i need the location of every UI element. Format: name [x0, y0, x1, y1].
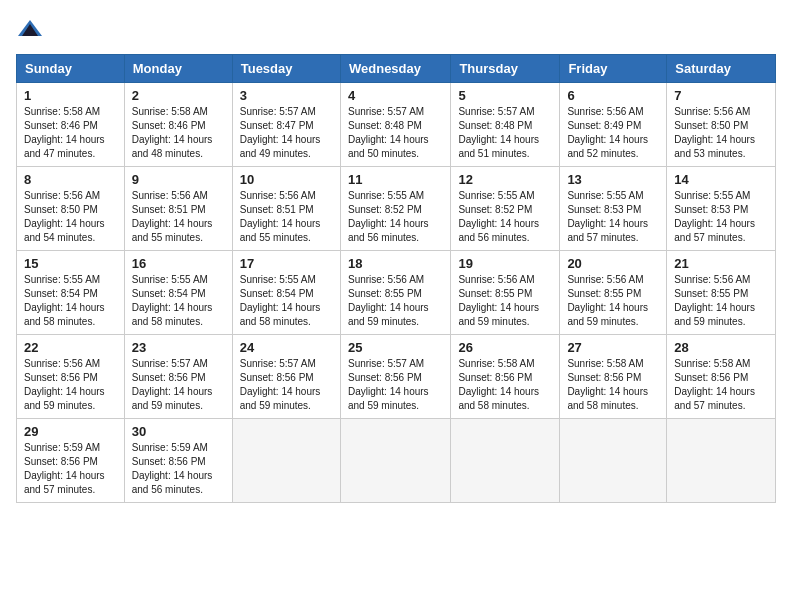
calendar-day-cell: 30 Sunrise: 5:59 AM Sunset: 8:56 PM Dayl…	[124, 419, 232, 503]
day-number: 12	[458, 172, 552, 187]
day-number: 11	[348, 172, 443, 187]
logo-icon	[16, 16, 44, 44]
header-wednesday: Wednesday	[340, 55, 450, 83]
day-number: 5	[458, 88, 552, 103]
day-number: 17	[240, 256, 333, 271]
day-number: 4	[348, 88, 443, 103]
calendar-day-cell: 5 Sunrise: 5:57 AM Sunset: 8:48 PM Dayli…	[451, 83, 560, 167]
day-number: 23	[132, 340, 225, 355]
header-thursday: Thursday	[451, 55, 560, 83]
day-info: Sunrise: 5:59 AM Sunset: 8:56 PM Dayligh…	[24, 441, 117, 497]
day-info: Sunrise: 5:55 AM Sunset: 8:54 PM Dayligh…	[132, 273, 225, 329]
calendar-day-cell: 6 Sunrise: 5:56 AM Sunset: 8:49 PM Dayli…	[560, 83, 667, 167]
calendar-day-cell	[667, 419, 776, 503]
calendar-day-cell: 19 Sunrise: 5:56 AM Sunset: 8:55 PM Dayl…	[451, 251, 560, 335]
day-number: 10	[240, 172, 333, 187]
calendar-header-row: Sunday Monday Tuesday Wednesday Thursday…	[17, 55, 776, 83]
day-number: 29	[24, 424, 117, 439]
day-info: Sunrise: 5:56 AM Sunset: 8:50 PM Dayligh…	[674, 105, 768, 161]
day-number: 18	[348, 256, 443, 271]
calendar-day-cell	[340, 419, 450, 503]
calendar-day-cell: 3 Sunrise: 5:57 AM Sunset: 8:47 PM Dayli…	[232, 83, 340, 167]
day-info: Sunrise: 5:55 AM Sunset: 8:53 PM Dayligh…	[567, 189, 659, 245]
day-number: 8	[24, 172, 117, 187]
day-info: Sunrise: 5:57 AM Sunset: 8:56 PM Dayligh…	[348, 357, 443, 413]
header-sunday: Sunday	[17, 55, 125, 83]
day-number: 26	[458, 340, 552, 355]
calendar-day-cell: 28 Sunrise: 5:58 AM Sunset: 8:56 PM Dayl…	[667, 335, 776, 419]
header-saturday: Saturday	[667, 55, 776, 83]
day-info: Sunrise: 5:55 AM Sunset: 8:52 PM Dayligh…	[348, 189, 443, 245]
day-number: 2	[132, 88, 225, 103]
day-number: 25	[348, 340, 443, 355]
calendar-day-cell: 9 Sunrise: 5:56 AM Sunset: 8:51 PM Dayli…	[124, 167, 232, 251]
day-number: 1	[24, 88, 117, 103]
day-info: Sunrise: 5:58 AM Sunset: 8:46 PM Dayligh…	[132, 105, 225, 161]
day-number: 20	[567, 256, 659, 271]
calendar-day-cell: 24 Sunrise: 5:57 AM Sunset: 8:56 PM Dayl…	[232, 335, 340, 419]
calendar-day-cell: 23 Sunrise: 5:57 AM Sunset: 8:56 PM Dayl…	[124, 335, 232, 419]
day-number: 27	[567, 340, 659, 355]
calendar-day-cell: 21 Sunrise: 5:56 AM Sunset: 8:55 PM Dayl…	[667, 251, 776, 335]
day-number: 16	[132, 256, 225, 271]
day-info: Sunrise: 5:59 AM Sunset: 8:56 PM Dayligh…	[132, 441, 225, 497]
calendar-table: Sunday Monday Tuesday Wednesday Thursday…	[16, 54, 776, 503]
day-number: 21	[674, 256, 768, 271]
calendar-day-cell: 2 Sunrise: 5:58 AM Sunset: 8:46 PM Dayli…	[124, 83, 232, 167]
calendar-week-row: 29 Sunrise: 5:59 AM Sunset: 8:56 PM Dayl…	[17, 419, 776, 503]
day-info: Sunrise: 5:56 AM Sunset: 8:55 PM Dayligh…	[567, 273, 659, 329]
day-info: Sunrise: 5:56 AM Sunset: 8:51 PM Dayligh…	[132, 189, 225, 245]
day-number: 15	[24, 256, 117, 271]
day-number: 19	[458, 256, 552, 271]
day-info: Sunrise: 5:58 AM Sunset: 8:56 PM Dayligh…	[567, 357, 659, 413]
calendar-week-row: 8 Sunrise: 5:56 AM Sunset: 8:50 PM Dayli…	[17, 167, 776, 251]
day-info: Sunrise: 5:56 AM Sunset: 8:51 PM Dayligh…	[240, 189, 333, 245]
calendar-day-cell: 13 Sunrise: 5:55 AM Sunset: 8:53 PM Dayl…	[560, 167, 667, 251]
logo	[16, 16, 48, 44]
day-info: Sunrise: 5:56 AM Sunset: 8:55 PM Dayligh…	[458, 273, 552, 329]
calendar-week-row: 15 Sunrise: 5:55 AM Sunset: 8:54 PM Dayl…	[17, 251, 776, 335]
day-info: Sunrise: 5:56 AM Sunset: 8:50 PM Dayligh…	[24, 189, 117, 245]
day-info: Sunrise: 5:58 AM Sunset: 8:46 PM Dayligh…	[24, 105, 117, 161]
day-number: 28	[674, 340, 768, 355]
calendar-day-cell: 15 Sunrise: 5:55 AM Sunset: 8:54 PM Dayl…	[17, 251, 125, 335]
calendar-day-cell	[451, 419, 560, 503]
calendar-day-cell: 8 Sunrise: 5:56 AM Sunset: 8:50 PM Dayli…	[17, 167, 125, 251]
day-info: Sunrise: 5:58 AM Sunset: 8:56 PM Dayligh…	[458, 357, 552, 413]
day-number: 9	[132, 172, 225, 187]
day-info: Sunrise: 5:55 AM Sunset: 8:52 PM Dayligh…	[458, 189, 552, 245]
day-info: Sunrise: 5:55 AM Sunset: 8:54 PM Dayligh…	[240, 273, 333, 329]
day-info: Sunrise: 5:57 AM Sunset: 8:48 PM Dayligh…	[348, 105, 443, 161]
calendar-day-cell	[560, 419, 667, 503]
day-info: Sunrise: 5:57 AM Sunset: 8:48 PM Dayligh…	[458, 105, 552, 161]
calendar-day-cell: 27 Sunrise: 5:58 AM Sunset: 8:56 PM Dayl…	[560, 335, 667, 419]
day-info: Sunrise: 5:56 AM Sunset: 8:56 PM Dayligh…	[24, 357, 117, 413]
calendar-day-cell: 16 Sunrise: 5:55 AM Sunset: 8:54 PM Dayl…	[124, 251, 232, 335]
day-number: 22	[24, 340, 117, 355]
day-number: 13	[567, 172, 659, 187]
header-tuesday: Tuesday	[232, 55, 340, 83]
day-info: Sunrise: 5:55 AM Sunset: 8:54 PM Dayligh…	[24, 273, 117, 329]
day-info: Sunrise: 5:56 AM Sunset: 8:49 PM Dayligh…	[567, 105, 659, 161]
calendar-day-cell: 17 Sunrise: 5:55 AM Sunset: 8:54 PM Dayl…	[232, 251, 340, 335]
header-monday: Monday	[124, 55, 232, 83]
day-info: Sunrise: 5:58 AM Sunset: 8:56 PM Dayligh…	[674, 357, 768, 413]
day-info: Sunrise: 5:57 AM Sunset: 8:56 PM Dayligh…	[132, 357, 225, 413]
calendar-day-cell: 1 Sunrise: 5:58 AM Sunset: 8:46 PM Dayli…	[17, 83, 125, 167]
calendar-week-row: 22 Sunrise: 5:56 AM Sunset: 8:56 PM Dayl…	[17, 335, 776, 419]
day-number: 24	[240, 340, 333, 355]
calendar-day-cell: 10 Sunrise: 5:56 AM Sunset: 8:51 PM Dayl…	[232, 167, 340, 251]
day-info: Sunrise: 5:57 AM Sunset: 8:47 PM Dayligh…	[240, 105, 333, 161]
calendar-day-cell: 18 Sunrise: 5:56 AM Sunset: 8:55 PM Dayl…	[340, 251, 450, 335]
header-friday: Friday	[560, 55, 667, 83]
calendar-day-cell: 29 Sunrise: 5:59 AM Sunset: 8:56 PM Dayl…	[17, 419, 125, 503]
day-info: Sunrise: 5:57 AM Sunset: 8:56 PM Dayligh…	[240, 357, 333, 413]
calendar-day-cell: 4 Sunrise: 5:57 AM Sunset: 8:48 PM Dayli…	[340, 83, 450, 167]
calendar-week-row: 1 Sunrise: 5:58 AM Sunset: 8:46 PM Dayli…	[17, 83, 776, 167]
calendar-day-cell	[232, 419, 340, 503]
day-info: Sunrise: 5:56 AM Sunset: 8:55 PM Dayligh…	[348, 273, 443, 329]
calendar-day-cell: 12 Sunrise: 5:55 AM Sunset: 8:52 PM Dayl…	[451, 167, 560, 251]
day-number: 7	[674, 88, 768, 103]
day-number: 30	[132, 424, 225, 439]
calendar-day-cell: 11 Sunrise: 5:55 AM Sunset: 8:52 PM Dayl…	[340, 167, 450, 251]
